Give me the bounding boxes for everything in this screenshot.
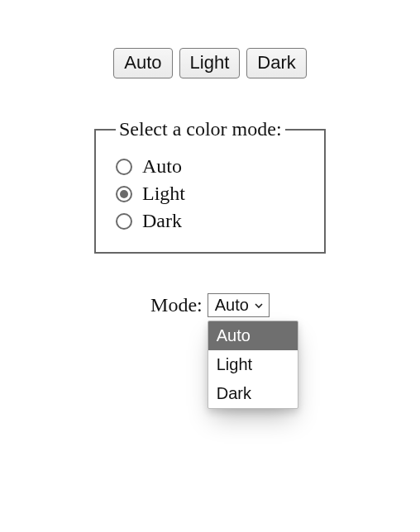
dropdown-option-dark[interactable]: Dark [208, 379, 298, 408]
mode-button-light[interactable]: Light [179, 48, 241, 78]
dropdown-option-auto[interactable]: Auto [208, 321, 298, 350]
radio-icon [116, 213, 132, 230]
mode-button-group: Auto Light Dark [0, 48, 420, 78]
radio-label: Dark [142, 210, 182, 232]
radio-dark[interactable]: Dark [116, 210, 313, 232]
select-label: Mode: [150, 294, 203, 316]
select-value: Auto [215, 296, 249, 315]
chevron-down-icon [254, 301, 264, 311]
color-mode-fieldset: Select a color mode: Auto Light Dark [94, 118, 326, 254]
mode-button-auto[interactable]: Auto [113, 48, 172, 78]
mode-button-dark[interactable]: Dark [246, 48, 306, 78]
radio-label: Light [142, 183, 185, 205]
radio-icon-selected [116, 186, 132, 202]
radio-icon [116, 159, 132, 175]
fieldset-legend: Select a color mode: [116, 118, 285, 140]
mode-select[interactable]: Auto [208, 293, 270, 317]
mode-select-dropdown: Auto Light Dark [208, 321, 298, 409]
radio-light[interactable]: Light [116, 183, 313, 205]
radio-auto[interactable]: Auto [116, 155, 313, 178]
radio-label: Auto [142, 155, 182, 178]
dropdown-option-light[interactable]: Light [208, 350, 298, 379]
